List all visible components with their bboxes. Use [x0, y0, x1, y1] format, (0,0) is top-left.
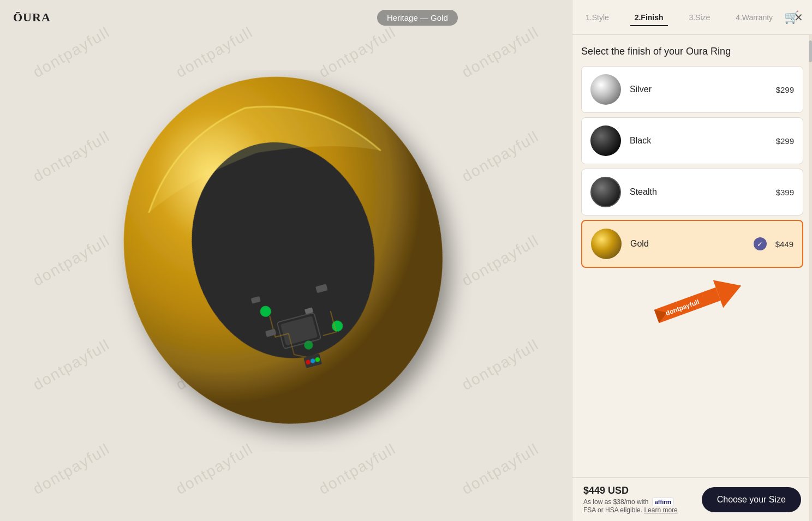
right-panel: 1.Style 2.Finish 3.Size 4.Warranty ✕ Sel… [572, 0, 812, 521]
gold-thumbnail [591, 229, 622, 259]
finish-option-gold[interactable]: Gold ✓ $449 [581, 220, 803, 268]
main-layout: ŌURA Heritage — Gold 🛒 dontpayfull dontp… [0, 0, 812, 521]
price-sub-text: As low as $38/mo with [583, 498, 648, 506]
promo-wrapper: dontpayfull [581, 279, 803, 328]
header: ŌURA Heritage — Gold 🛒 [0, 0, 572, 35]
gold-price: $449 [775, 239, 793, 249]
gold-name: Gold [630, 239, 754, 249]
section-title: Select the finish of your Oura Ring [581, 46, 803, 57]
product-label: Heritage — Gold [377, 10, 458, 26]
fsa-text: FSA or HSA eligible. [583, 506, 642, 514]
bottom-bar: $449 USD As low as $38/mo with affirm FS… [572, 477, 812, 521]
silver-thumbnail [590, 74, 621, 105]
learn-more-link[interactable]: Learn more [644, 506, 677, 514]
scroll-thumb[interactable] [809, 40, 812, 62]
black-price: $299 [776, 136, 794, 146]
finish-option-stealth[interactable]: Stealth $399 [581, 169, 803, 215]
selected-check-icon: ✓ [754, 237, 767, 250]
price-main: $449 USD [583, 485, 678, 496]
stealth-name: Stealth [630, 187, 772, 197]
product-image [100, 70, 471, 452]
silver-name: Silver [630, 85, 772, 94]
price-info: $449 USD As low as $38/mo with affirm FS… [583, 485, 678, 514]
black-thumbnail [590, 125, 621, 156]
panel-content[interactable]: Select the finish of your Oura Ring Silv… [572, 35, 812, 477]
promo-arrow-svg: dontpayfull [638, 279, 747, 328]
price-sub: As low as $38/mo with affirm FSA or HSA … [583, 498, 678, 514]
affirm-logo: affirm [652, 498, 674, 506]
black-name: Black [630, 136, 772, 146]
silver-price: $299 [776, 85, 794, 94]
stealth-thumbnail [590, 177, 621, 207]
finish-option-silver[interactable]: Silver $299 [581, 66, 803, 113]
stealth-price: $399 [776, 188, 794, 197]
svg-marker-17 [713, 279, 746, 308]
left-panel: ŌURA Heritage — Gold 🛒 dontpayfull dontp… [0, 0, 572, 521]
oura-logo: ŌURA [13, 10, 51, 25]
finish-option-black[interactable]: Black $299 [581, 117, 803, 164]
scroll-track [809, 35, 812, 521]
cta-button[interactable]: Choose your Size [702, 487, 801, 512]
